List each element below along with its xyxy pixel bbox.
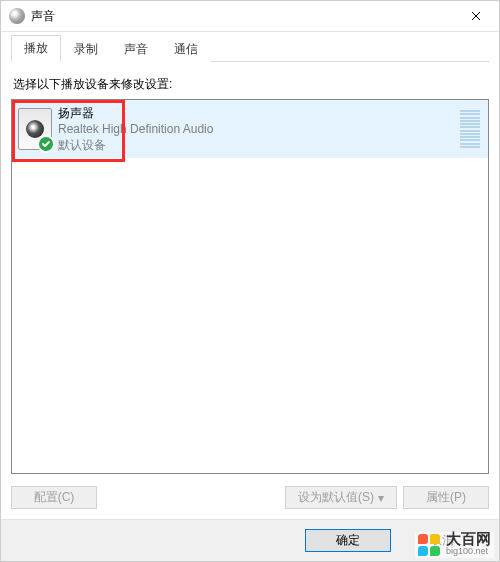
watermark: 大百网 big100.net — [415, 532, 494, 558]
default-check-icon — [37, 135, 55, 153]
close-icon — [471, 11, 481, 21]
watermark-logo-icon — [418, 534, 440, 556]
tab-communications[interactable]: 通信 — [161, 36, 211, 62]
device-list-item[interactable]: 扬声器 Realtek High Definition Audio 默认设备 — [12, 100, 488, 158]
speaker-icon — [18, 108, 52, 150]
configure-button[interactable]: 配置(C) — [11, 486, 97, 509]
device-status: 默认设备 — [58, 137, 213, 153]
tab-recording[interactable]: 录制 — [61, 36, 111, 62]
ok-button[interactable]: 确定 — [305, 529, 391, 552]
window-title: 声音 — [31, 8, 453, 25]
tab-sounds[interactable]: 声音 — [111, 36, 161, 62]
tab-strip: 播放 录制 声音 通信 — [11, 38, 489, 62]
device-name: 扬声器 — [58, 105, 213, 121]
device-driver: Realtek High Definition Audio — [58, 121, 213, 137]
set-default-button[interactable]: 设为默认值(S) ▾ — [285, 486, 397, 509]
dialog-body: 播放 录制 声音 通信 选择以下播放设备来修改设置: 扬声器 Realtek H… — [1, 32, 499, 519]
device-buttons: 配置(C) 设为默认值(S) ▾ 属性(P) — [11, 486, 489, 509]
set-default-label: 设为默认值(S) — [298, 489, 374, 506]
properties-button[interactable]: 属性(P) — [403, 486, 489, 509]
watermark-brand: 大百网 — [446, 533, 491, 545]
close-button[interactable] — [453, 1, 499, 31]
device-listbox[interactable]: 扬声器 Realtek High Definition Audio 默认设备 — [11, 99, 489, 474]
chevron-down-icon: ▾ — [378, 491, 384, 505]
tab-playback[interactable]: 播放 — [11, 35, 61, 62]
titlebar: 声音 — [1, 1, 499, 32]
instruction-label: 选择以下播放设备来修改设置: — [13, 76, 487, 93]
sound-dialog: 声音 播放 录制 声音 通信 选择以下播放设备来修改设置: 扬声器 Realte… — [0, 0, 500, 562]
device-text: 扬声器 Realtek High Definition Audio 默认设备 — [58, 105, 213, 153]
app-icon — [9, 8, 25, 24]
volume-meter-icon — [460, 108, 480, 150]
watermark-url: big100.net — [446, 545, 491, 557]
